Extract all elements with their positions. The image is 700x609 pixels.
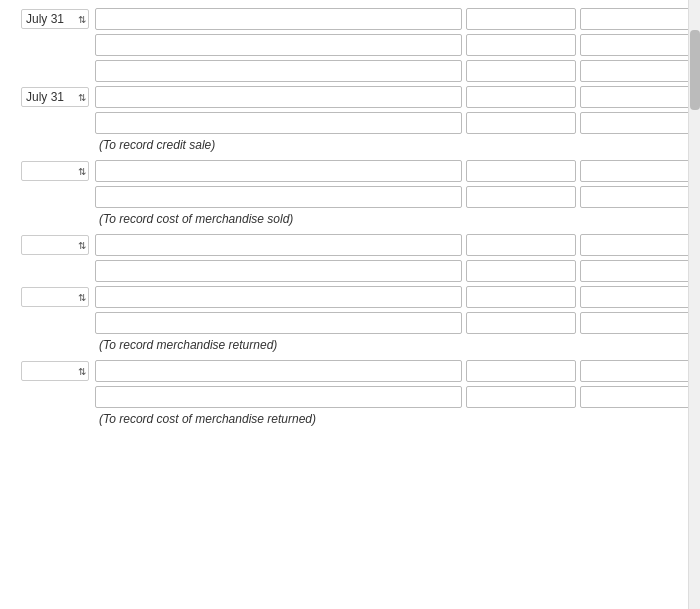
account-field: [95, 86, 462, 108]
account-field: [95, 60, 462, 82]
credit-field: [580, 34, 690, 56]
credit-input[interactable]: [580, 286, 690, 308]
credit-input[interactable]: [580, 86, 690, 108]
credit-input[interactable]: [580, 386, 690, 408]
debit-input[interactable]: [466, 360, 576, 382]
credit-field: [580, 312, 690, 334]
account-input[interactable]: [95, 286, 462, 308]
date-select-5[interactable]: [21, 287, 89, 307]
credit-field: [580, 234, 690, 256]
journal-row: July 31: [10, 8, 690, 30]
account-field: [95, 8, 462, 30]
journal-row: [10, 34, 690, 56]
debit-input[interactable]: [466, 112, 576, 134]
account-field: [95, 260, 462, 282]
date-select-wrapper[interactable]: July 31: [21, 9, 89, 29]
account-field: [95, 234, 462, 256]
journal-row: [10, 386, 690, 408]
date-cell: [10, 287, 95, 307]
debit-input[interactable]: [466, 386, 576, 408]
journal-row: July 31: [10, 86, 690, 108]
credit-input[interactable]: [580, 34, 690, 56]
account-input[interactable]: [95, 360, 462, 382]
journal-row: [10, 160, 690, 182]
journal-container: July 31: [0, 0, 700, 442]
journal-row: [10, 186, 690, 208]
credit-field: [580, 8, 690, 30]
account-input[interactable]: [95, 34, 462, 56]
account-input[interactable]: [95, 8, 462, 30]
credit-input[interactable]: [580, 360, 690, 382]
credit-field: [580, 286, 690, 308]
debit-input[interactable]: [466, 8, 576, 30]
credit-input[interactable]: [580, 186, 690, 208]
account-input[interactable]: [95, 186, 462, 208]
note-row-cost-returned: (To record cost of merchandise returned): [10, 412, 690, 426]
date-select-wrapper[interactable]: [21, 287, 89, 307]
date-cell: [10, 235, 95, 255]
date-select-wrapper[interactable]: [21, 161, 89, 181]
account-input[interactable]: [95, 160, 462, 182]
account-field: [95, 312, 462, 334]
debit-input[interactable]: [466, 60, 576, 82]
debit-input[interactable]: [466, 312, 576, 334]
account-input[interactable]: [95, 60, 462, 82]
scrollbar-thumb[interactable]: [690, 30, 700, 110]
credit-input[interactable]: [580, 312, 690, 334]
note-row-credit-sale: (To record credit sale): [10, 138, 690, 152]
debit-field: [466, 260, 576, 282]
debit-field: [466, 8, 576, 30]
debit-field: [466, 186, 576, 208]
debit-input[interactable]: [466, 34, 576, 56]
debit-field: [466, 34, 576, 56]
credit-field: [580, 112, 690, 134]
date-select-4[interactable]: [21, 235, 89, 255]
debit-input[interactable]: [466, 286, 576, 308]
journal-row: [10, 112, 690, 134]
credit-field: [580, 386, 690, 408]
date-cell: [10, 161, 95, 181]
credit-field: [580, 86, 690, 108]
debit-input[interactable]: [466, 86, 576, 108]
credit-field: [580, 360, 690, 382]
note-credit-sale: (To record credit sale): [99, 138, 215, 152]
credit-input[interactable]: [580, 8, 690, 30]
account-input[interactable]: [95, 312, 462, 334]
credit-field: [580, 60, 690, 82]
scrollbar-track[interactable]: [688, 0, 700, 442]
journal-section-2: July 31: [10, 86, 690, 152]
journal-row: [10, 60, 690, 82]
account-input[interactable]: [95, 386, 462, 408]
account-input[interactable]: [95, 260, 462, 282]
note-cost-sold: (To record cost of merchandise sold): [99, 212, 293, 226]
debit-field: [466, 286, 576, 308]
date-select-wrapper[interactable]: July 31: [21, 87, 89, 107]
credit-input[interactable]: [580, 160, 690, 182]
credit-input[interactable]: [580, 112, 690, 134]
debit-field: [466, 234, 576, 256]
debit-input[interactable]: [466, 260, 576, 282]
credit-input[interactable]: [580, 260, 690, 282]
debit-input[interactable]: [466, 186, 576, 208]
account-input[interactable]: [95, 112, 462, 134]
date-select-1[interactable]: July 31: [21, 9, 89, 29]
note-row-cost-sold: (To record cost of merchandise sold): [10, 212, 690, 226]
credit-field: [580, 260, 690, 282]
credit-input[interactable]: [580, 60, 690, 82]
date-cell: [10, 361, 95, 381]
journal-row: [10, 260, 690, 282]
account-input[interactable]: [95, 234, 462, 256]
journal-row: [10, 312, 690, 334]
journal-row: [10, 360, 690, 382]
date-select-6[interactable]: [21, 361, 89, 381]
account-input[interactable]: [95, 86, 462, 108]
date-select-2[interactable]: July 31: [21, 87, 89, 107]
credit-input[interactable]: [580, 234, 690, 256]
debit-field: [466, 312, 576, 334]
date-select-wrapper[interactable]: [21, 235, 89, 255]
debit-input[interactable]: [466, 160, 576, 182]
date-select-wrapper[interactable]: [21, 361, 89, 381]
date-select-3[interactable]: [21, 161, 89, 181]
journal-section-5: (To record cost of merchandise returned): [10, 360, 690, 426]
debit-input[interactable]: [466, 234, 576, 256]
